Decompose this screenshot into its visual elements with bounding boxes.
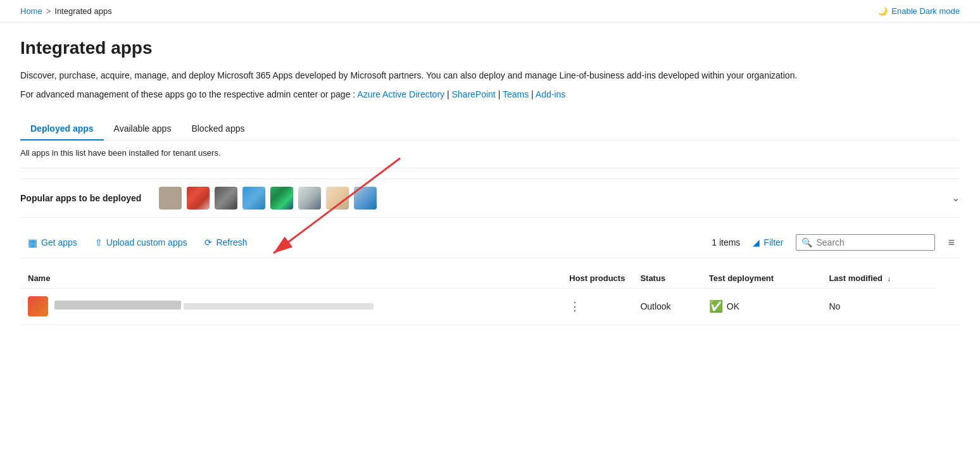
divider bbox=[20, 168, 960, 168]
moon-icon: 🌙 bbox=[877, 6, 888, 16]
refresh-icon: ⟳ bbox=[204, 237, 212, 247]
table-header: Name Host products Status Test deploymen… bbox=[20, 268, 960, 289]
table-row: ⋮ Outlook ✅ OK No bbox=[20, 288, 960, 324]
popular-app-icon-6 bbox=[298, 187, 321, 210]
cell-last-modified bbox=[937, 288, 960, 324]
app-name-info bbox=[54, 301, 374, 311]
column-options-icon: ≡ bbox=[948, 236, 955, 249]
top-bar: Home > Integrated apps 🌙 Enable Dark mod… bbox=[0, 0, 980, 23]
filter-button[interactable]: ◢ Filter bbox=[748, 234, 788, 251]
search-input[interactable] bbox=[816, 237, 929, 247]
filter-icon: ◢ bbox=[753, 237, 760, 247]
tabs-container: Deployed apps Available apps Blocked app… bbox=[20, 117, 960, 141]
items-count: 1 items bbox=[712, 237, 740, 247]
breadcrumb-separator: > bbox=[46, 6, 51, 16]
popular-app-icon-2 bbox=[187, 187, 210, 210]
get-apps-icon: ▦ bbox=[28, 237, 37, 249]
toolbar-container: ▦ Get apps ⇧ Upload custom apps ⟳ Refres… bbox=[20, 228, 960, 258]
column-options-button[interactable]: ≡ bbox=[943, 234, 960, 252]
refresh-button[interactable]: ⟳ Refresh bbox=[197, 234, 254, 251]
upload-custom-apps-button[interactable]: ⇧ Upload custom apps bbox=[87, 234, 195, 251]
azure-ad-link[interactable]: Azure Active Directory bbox=[357, 89, 444, 99]
search-icon: 🔍 bbox=[801, 237, 812, 247]
app-row-left bbox=[28, 296, 554, 316]
popular-app-icon-3 bbox=[215, 187, 237, 210]
tab-available-apps[interactable]: Available apps bbox=[104, 117, 182, 140]
breadcrumb: Home > Integrated apps bbox=[20, 6, 112, 16]
sep2: | bbox=[498, 89, 503, 99]
popular-app-icon-8 bbox=[354, 187, 377, 210]
status-icon: ✅ bbox=[709, 299, 723, 313]
sep3: | bbox=[531, 89, 536, 99]
filter-label: Filter bbox=[763, 237, 783, 247]
col-last-modified[interactable]: Last modified ↓ bbox=[821, 268, 937, 289]
sharepoint-link[interactable]: SharePoint bbox=[451, 89, 495, 99]
breadcrumb-home[interactable]: Home bbox=[20, 6, 42, 16]
app-sub-blurred bbox=[184, 303, 374, 310]
table-header-row: Name Host products Status Test deploymen… bbox=[20, 268, 960, 289]
page-title: Integrated apps bbox=[20, 38, 960, 58]
app-name-blurred bbox=[54, 301, 181, 310]
popular-title: Popular apps to be deployed bbox=[20, 193, 141, 203]
popular-app-icon-5 bbox=[270, 187, 293, 210]
toolbar: ▦ Get apps ⇧ Upload custom apps ⟳ Refres… bbox=[20, 228, 960, 258]
status-ok: ✅ OK bbox=[709, 299, 814, 313]
col-status: Status bbox=[632, 268, 701, 289]
toolbar-left: ▦ Get apps ⇧ Upload custom apps ⟳ Refres… bbox=[20, 233, 712, 253]
toolbar-right: 1 items ◢ Filter 🔍 ≡ bbox=[712, 234, 960, 252]
tab-subtitle: All apps in this list have been installe… bbox=[20, 148, 960, 158]
popular-apps-section[interactable]: Popular apps to be deployed ⌄ bbox=[20, 178, 960, 218]
description-line1: Discover, purchase, acquire, manage, and… bbox=[20, 68, 907, 82]
status-text: OK bbox=[727, 301, 739, 311]
upload-icon: ⇧ bbox=[95, 237, 103, 247]
apps-table: Name Host products Status Test deploymen… bbox=[20, 268, 960, 325]
addins-link[interactable]: Add-ins bbox=[536, 89, 565, 99]
table-body: ⋮ Outlook ✅ OK No bbox=[20, 288, 960, 324]
tab-deployed-apps[interactable]: Deployed apps bbox=[20, 117, 104, 140]
popular-app-icon-7 bbox=[326, 187, 349, 210]
breadcrumb-current: Integrated apps bbox=[54, 6, 111, 16]
refresh-label: Refresh bbox=[216, 237, 247, 247]
cell-test-deployment: No bbox=[821, 288, 937, 324]
cell-name bbox=[20, 288, 562, 324]
get-apps-button[interactable]: ▦ Get apps bbox=[20, 233, 85, 253]
cell-host-products: Outlook bbox=[632, 288, 701, 324]
more-options-icon[interactable]: ⋮ bbox=[569, 300, 581, 313]
dark-mode-button[interactable]: 🌙 Enable Dark mode bbox=[877, 6, 960, 16]
cell-status: ✅ OK bbox=[701, 288, 822, 324]
dark-mode-label: Enable Dark mode bbox=[891, 6, 960, 16]
col-test-deployment: Test deployment bbox=[701, 268, 822, 289]
get-apps-label: Get apps bbox=[41, 237, 77, 247]
description-prefix: For advanced management of these apps go… bbox=[20, 89, 355, 99]
col-host-products: Host products bbox=[562, 268, 632, 289]
popular-app-icon-4 bbox=[242, 187, 265, 210]
popular-app-icons bbox=[159, 187, 377, 210]
search-box[interactable]: 🔍 bbox=[796, 234, 935, 251]
description-line2: For advanced management of these apps go… bbox=[20, 87, 907, 101]
popular-section-chevron: ⌄ bbox=[952, 192, 960, 204]
sort-icon: ↓ bbox=[888, 275, 891, 282]
upload-label: Upload custom apps bbox=[106, 237, 187, 247]
col-name: Name bbox=[20, 268, 562, 289]
teams-link[interactable]: Teams bbox=[503, 89, 529, 99]
app-icon bbox=[28, 296, 48, 316]
popular-section-left: Popular apps to be deployed bbox=[20, 187, 377, 210]
main-content: Integrated apps Discover, purchase, acqu… bbox=[0, 23, 980, 340]
tab-blocked-apps[interactable]: Blocked apps bbox=[181, 117, 254, 140]
popular-app-icon-1 bbox=[159, 187, 182, 210]
cell-more-options: ⋮ bbox=[562, 288, 632, 324]
